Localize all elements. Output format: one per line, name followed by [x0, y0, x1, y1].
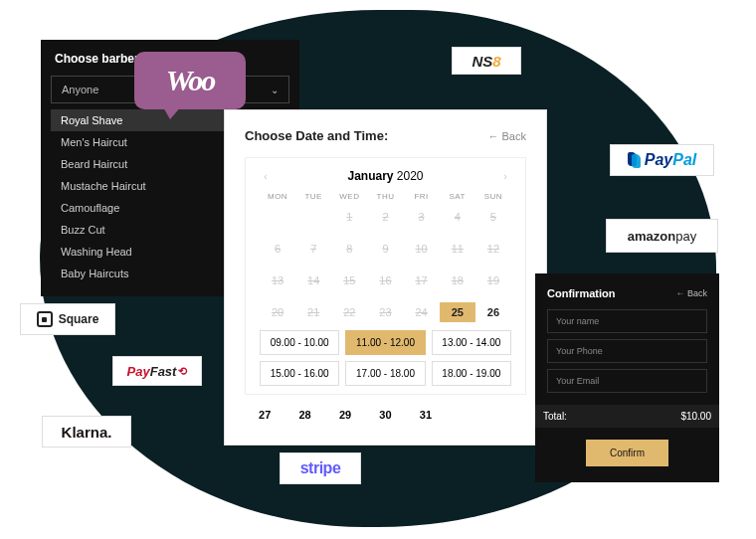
prev-month-button[interactable]: ‹: [260, 168, 272, 184]
dow-cell: TUE: [295, 192, 331, 201]
calendar-day: [486, 409, 526, 421]
calendar-day[interactable]: 6: [260, 239, 295, 259]
stripe-logo: stripe: [280, 452, 361, 484]
datetime-title: Choose Date and Time:: [245, 128, 388, 143]
calendar-day[interactable]: 28: [284, 409, 324, 421]
payfast-icon: ⟲: [178, 365, 187, 378]
calendar-day[interactable]: 8: [331, 239, 367, 259]
confirmation-back-button[interactable]: Back: [675, 288, 707, 298]
chevron-down-icon: ⌄: [271, 85, 279, 95]
phone-input[interactable]: [547, 339, 707, 363]
calendar-day[interactable]: 3: [404, 207, 440, 227]
paypal-logo: PayPal: [610, 144, 714, 176]
total-value: $10.00: [680, 411, 711, 422]
time-slot[interactable]: 17.00 - 18.00: [345, 361, 425, 386]
dow-cell: FRI: [404, 192, 440, 201]
calendar-day[interactable]: 13: [260, 270, 295, 290]
dow-cell: SAT: [440, 192, 475, 201]
calendar: ‹ January 2020 › MONTUEWEDTHUFRISATSUN 1…: [245, 157, 526, 395]
calendar-day[interactable]: 16: [367, 270, 403, 290]
calendar-day[interactable]: 4: [440, 207, 475, 227]
calendar-day[interactable]: 26: [475, 302, 511, 322]
dow-cell: SUN: [475, 192, 511, 201]
calendar-day[interactable]: 27: [245, 409, 284, 421]
email-input[interactable]: [547, 369, 707, 393]
time-slot[interactable]: 18.00 - 19.00: [432, 361, 511, 386]
name-input[interactable]: [547, 309, 707, 333]
calendar-day[interactable]: 1: [331, 207, 367, 227]
woocommerce-logo: Woo: [134, 52, 246, 109]
amazon-pay-logo: amazon pay: [606, 219, 718, 253]
calendar-day[interactable]: 20: [260, 302, 295, 322]
dow-cell: MON: [260, 192, 295, 201]
day-of-week-row: MONTUEWEDTHUFRISATSUN: [260, 192, 511, 201]
calendar-day[interactable]: 11: [440, 239, 475, 259]
barber-selected: Anyone: [62, 84, 98, 95]
payfast-logo: PayFast⟲: [112, 356, 202, 386]
calendar-day[interactable]: 19: [475, 270, 511, 290]
calendar-day[interactable]: 7: [295, 239, 331, 259]
calendar-day[interactable]: 30: [365, 409, 405, 421]
ns8-logo: NS8: [452, 47, 521, 75]
time-slot[interactable]: 11.00 - 12.00: [345, 330, 425, 355]
square-icon: [37, 311, 53, 327]
time-slot[interactable]: 15.00 - 16.00: [260, 361, 339, 386]
klarna-logo: Klarna.: [42, 416, 131, 448]
calendar-day[interactable]: 31: [406, 409, 446, 421]
time-slot[interactable]: 09.00 - 10.00: [260, 330, 339, 355]
next-month-button[interactable]: ›: [499, 168, 511, 184]
confirmation-title: Confirmation: [547, 287, 615, 299]
calendar-day[interactable]: 12: [475, 239, 511, 259]
calendar-day[interactable]: 17: [404, 270, 440, 290]
dow-cell: THU: [367, 192, 403, 201]
confirmation-panel: Confirmation Back Total: $10.00 Confirm: [535, 273, 719, 482]
calendar-day[interactable]: 25: [440, 302, 475, 322]
month-label: January 2020: [347, 169, 423, 183]
datetime-panel: Choose Date and Time: Back ‹ January 202…: [224, 109, 547, 446]
calendar-day[interactable]: 29: [325, 409, 365, 421]
calendar-day[interactable]: 18: [440, 270, 475, 290]
back-button[interactable]: Back: [487, 130, 526, 142]
calendar-day[interactable]: 21: [295, 302, 331, 322]
dow-cell: WED: [331, 192, 367, 201]
calendar-day[interactable]: 10: [404, 239, 440, 259]
time-slot[interactable]: 13.00 - 14.00: [432, 330, 511, 355]
calendar-day[interactable]: 2: [367, 207, 403, 227]
calendar-day: [446, 409, 485, 421]
confirm-button[interactable]: Confirm: [586, 440, 668, 466]
calendar-day[interactable]: 5: [475, 207, 511, 227]
paypal-icon: [628, 152, 642, 168]
calendar-day[interactable]: 23: [367, 302, 403, 322]
calendar-day[interactable]: 24: [404, 302, 440, 322]
calendar-day[interactable]: 14: [295, 270, 331, 290]
calendar-day[interactable]: 15: [331, 270, 367, 290]
calendar-day[interactable]: 9: [367, 239, 403, 259]
calendar-grid: 1234567891011121314151617181920212223242…: [260, 207, 511, 322]
time-slots: 09.00 - 10.0011.00 - 12.0013.00 - 14.001…: [260, 330, 511, 386]
total-row: Total: $10.00: [535, 405, 719, 428]
total-label: Total:: [543, 411, 567, 422]
calendar-extra-row: 2728293031: [245, 409, 526, 421]
square-logo: Square: [20, 303, 115, 335]
calendar-day[interactable]: 22: [331, 302, 367, 322]
